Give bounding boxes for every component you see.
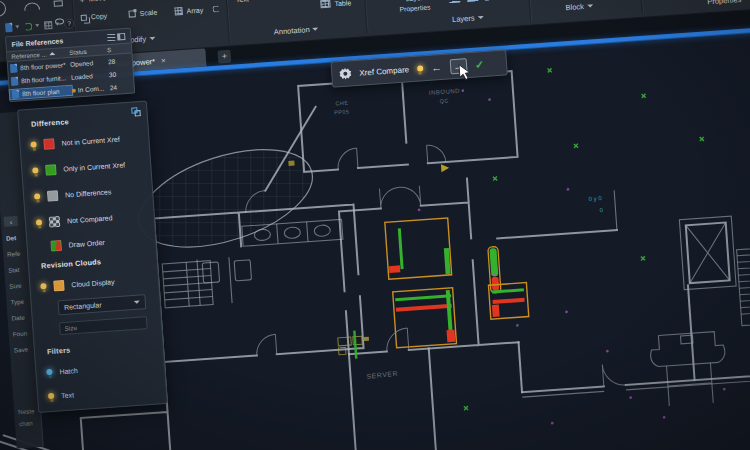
dwg-file-icon [10, 64, 18, 73]
dwg-file-icon [11, 77, 19, 86]
in-compare-status-icon [72, 88, 76, 92]
arc-tool-icon[interactable] [24, 2, 41, 11]
help-icon[interactable]: ? [64, 18, 75, 29]
details-field-label: Refe [7, 250, 21, 258]
offset-icon[interactable] [212, 5, 219, 12]
array-icon [174, 7, 183, 16]
attach-dwg-icon[interactable] [44, 21, 53, 30]
settings-icon[interactable] [131, 107, 141, 117]
details-field-label: Foun [12, 330, 27, 338]
room-label-server: SERVER [366, 370, 398, 380]
lightbulb-icon[interactable] [417, 65, 423, 71]
filter-row-text[interactable]: Text [48, 387, 75, 403]
xref-compare-title: Xref Compare [359, 65, 409, 77]
details-header: Det [6, 234, 17, 242]
lightbulb-icon[interactable] [30, 141, 36, 147]
text-filter-icon[interactable] [48, 393, 54, 399]
chevron-down-icon [55, 23, 59, 26]
ribbon-divider [363, 0, 368, 33]
chevron-down-icon [35, 24, 39, 27]
chevron-down-icon [313, 27, 319, 30]
ribbon-divider [225, 0, 230, 43]
legend-row-not-compared[interactable]: Not Compared [36, 210, 113, 229]
properties-panel-label[interactable]: Properties [707, 0, 750, 6]
difference-markers [141, 58, 728, 450]
scale-button[interactable]: Scale [128, 9, 157, 18]
block-panel-label[interactable]: Block [551, 0, 607, 13]
file-references-palette: File References Reference ... Status S 8… [5, 28, 135, 103]
ribbon-divider [526, 0, 531, 22]
move-button[interactable]: +Move [79, 0, 106, 3]
annotation-panel-label[interactable]: Annotation [254, 23, 338, 38]
rectangle-tool-icon[interactable] [54, 0, 63, 7]
previous-difference-button[interactable]: ← [431, 61, 443, 73]
close-icon[interactable]: × [161, 56, 166, 65]
legend-row-no-differences[interactable]: No Differences [34, 184, 112, 203]
mouse-cursor [458, 63, 473, 82]
lightbulb-icon[interactable] [36, 219, 42, 225]
chevron-down-icon [15, 25, 19, 28]
move-icon: + [79, 0, 85, 3]
sort-asc-icon [50, 52, 56, 55]
details-field-label: Save [14, 346, 29, 354]
layer-state-icon[interactable] [467, 0, 481, 2]
revision-clouds[interactable] [347, 213, 531, 359]
legend-row-not-in-current[interactable]: Not in Current Xref [30, 132, 120, 152]
split-swatch [50, 239, 62, 251]
legend-row-only-in-current[interactable]: Only in Current Xref [32, 157, 126, 177]
revision-clouds-header: Revision Clouds [41, 257, 102, 270]
legend-row-draw-order[interactable]: Draw Order [37, 235, 105, 254]
details-field-label: Stat [8, 266, 20, 274]
lightbulb-icon[interactable] [40, 283, 46, 289]
red-swatch [43, 138, 55, 150]
chevron-down-icon [149, 37, 155, 40]
legend-row-cloud-display[interactable]: Cloud Display [40, 274, 115, 293]
layer-state-icon[interactable] [449, 0, 463, 3]
filters-header: Filters [47, 346, 71, 357]
lightbulb-icon[interactable] [32, 167, 38, 173]
new-tab-button[interactable]: + [217, 49, 231, 63]
cloud-shape-dropdown[interactable]: Rectangular [57, 294, 146, 315]
coord-text-b: 0 [599, 207, 603, 213]
table-button[interactable]: Table [320, 0, 351, 8]
tree-view-icon[interactable] [117, 32, 125, 40]
palette-title: File References [11, 37, 63, 48]
gray-swatch [47, 190, 59, 202]
chevron-down-icon [587, 4, 593, 7]
cabinet-fixtures[interactable] [338, 336, 363, 355]
dwg-file-icon [12, 90, 20, 99]
room-label-a: CHE [335, 100, 349, 107]
layer-state-icon[interactable] [485, 0, 499, 1]
room-label-inbound: INBOUND [429, 88, 461, 96]
attach-file-icon[interactable] [5, 23, 13, 32]
details-note: chan [19, 419, 33, 427]
scale-icon [128, 10, 135, 17]
details-field-label: Date [11, 314, 25, 322]
collapse-panel-button[interactable]: ‹ [4, 216, 19, 227]
xref-compare-settings-panel: Difference Not in Current Xref Only in C… [17, 101, 168, 413]
chevron-down-icon [134, 301, 140, 304]
array-button[interactable]: Array [174, 5, 203, 15]
cloud-size-input[interactable] [59, 316, 148, 335]
chevron-down-icon [477, 16, 483, 19]
circle-tool-icon[interactable] [0, 0, 7, 17]
layers-panel-label[interactable]: Layers [440, 12, 496, 25]
hatch-filter-icon[interactable] [46, 369, 52, 375]
table-icon [320, 0, 331, 8]
orange-swatch [53, 279, 65, 291]
text-button[interactable]: Text [236, 0, 259, 3]
accept-compare-button[interactable]: ✓ [474, 58, 484, 72]
details-field-label: Type [10, 298, 24, 306]
ribbon-divider [638, 0, 643, 14]
green-swatch [45, 164, 57, 176]
difference-section-header: Difference [31, 117, 69, 129]
application-window: CHE PP05 INBOUND QC SERVER 0 y 0 0 +Move… [0, 0, 750, 450]
gear-icon[interactable] [339, 67, 352, 80]
lightbulb-icon[interactable] [34, 193, 40, 199]
list-view-icon[interactable] [107, 33, 115, 41]
filter-row-hatch[interactable]: Hatch [46, 363, 78, 379]
details-note: Neste [18, 407, 35, 415]
refresh-icon[interactable] [24, 22, 33, 31]
room-label-qc: QC [439, 98, 449, 105]
coord-text-a: 0 y 0 [588, 195, 602, 202]
